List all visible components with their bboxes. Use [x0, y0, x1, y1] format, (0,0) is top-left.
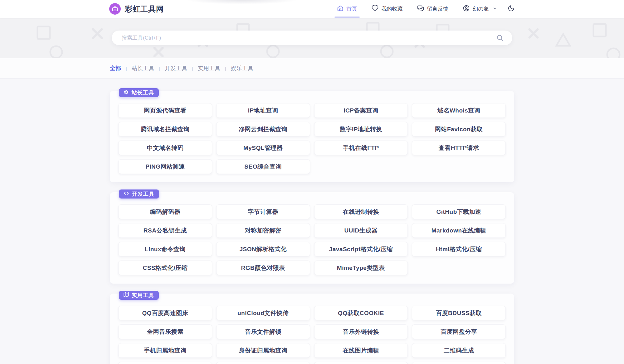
user-icon — [463, 5, 470, 13]
tool-card[interactable]: 网站Favicon获取 — [412, 122, 506, 136]
code-icon — [124, 190, 129, 198]
nav-favorites-label: 我的收藏 — [382, 5, 403, 12]
tool-card[interactable]: 在线图片编辑 — [314, 343, 408, 358]
section-title: 实用工具 — [132, 292, 154, 299]
section-badge: 开发工具 — [119, 189, 159, 199]
nav-feedback-label: 留言反馈 — [427, 5, 448, 12]
filter-entertainment-tools[interactable]: 娱乐工具 — [231, 65, 253, 72]
tool-card[interactable]: 腾讯域名拦截查询 — [118, 122, 212, 136]
tool-card[interactable]: 音乐文件解锁 — [216, 324, 310, 339]
tool-grid: QQ百度高速图床uniCloud文件快传QQ获取COOKIE百度BDUSS获取全… — [118, 306, 506, 364]
heart-icon — [372, 5, 378, 13]
section-title: 开发工具 — [132, 190, 154, 198]
filter-practical-tools[interactable]: 实用工具 — [198, 65, 220, 72]
tool-card[interactable]: 网页源代码查看 — [118, 103, 212, 118]
tool-card[interactable]: 数字IP地址转换 — [314, 122, 408, 136]
filter-separator: | — [159, 66, 160, 71]
gear-icon — [124, 89, 129, 96]
tool-grid: 网页源代码查看IP地址查询ICP备案查询域名Whois查询腾讯域名拦截查询净网云… — [118, 103, 506, 174]
tool-card-partial[interactable] — [314, 362, 408, 364]
tool-card[interactable]: Linux命令查询 — [118, 242, 212, 256]
chevron-down-icon — [493, 6, 497, 12]
feedback-icon — [417, 5, 424, 13]
search-icon[interactable] — [496, 34, 504, 41]
nav-user-menu[interactable]: 幻の象 — [463, 0, 497, 18]
tool-card[interactable]: MySQL管理器 — [216, 141, 310, 155]
tool-card[interactable]: 域名Whois查询 — [412, 103, 506, 118]
tool-card-partial[interactable] — [118, 362, 212, 364]
tool-card[interactable]: RGB颜色对照表 — [216, 261, 310, 275]
main-nav: 首页 我的收藏 留言反馈 — [337, 0, 515, 18]
tool-card[interactable]: Html格式化/压缩 — [412, 242, 506, 256]
search-input[interactable] — [112, 31, 512, 45]
section-webmaster-tools: 站长工具 网页源代码查看IP地址查询ICP备案查询域名Whois查询腾讯域名拦截… — [110, 91, 514, 182]
tool-card[interactable]: 全网音乐搜索 — [118, 324, 212, 339]
tool-card[interactable]: 二维码生成 — [412, 343, 506, 358]
tool-card[interactable]: 手机在线FTP — [314, 141, 408, 155]
tool-card[interactable]: QQ获取COOKIE — [314, 306, 408, 320]
map-icon — [124, 292, 129, 299]
tool-card[interactable]: 百度BDUSS获取 — [412, 306, 506, 320]
category-filter-bar: 全部 | 站长工具 | 开发工具 | 实用工具 | 娱乐工具 — [0, 58, 624, 79]
filter-webmaster-tools[interactable]: 站长工具 — [132, 65, 154, 72]
nav-username-label: 幻の象 — [473, 5, 489, 12]
tool-card[interactable]: 字节计算器 — [216, 204, 310, 219]
tool-card-partial[interactable] — [216, 362, 310, 364]
tool-card[interactable]: SEO综合查询 — [216, 159, 310, 174]
moon-icon — [508, 5, 515, 13]
tool-card[interactable]: 净网云剑拦截查询 — [216, 122, 310, 136]
tool-card[interactable]: 音乐外链转换 — [314, 324, 408, 339]
tool-card[interactable]: JavaScript格式化/压缩 — [314, 242, 408, 256]
tool-card[interactable]: ICP备案查询 — [314, 103, 408, 118]
tool-card-partial[interactable] — [412, 362, 506, 364]
tool-card[interactable]: QQ百度高速图床 — [118, 306, 212, 320]
section-title: 站长工具 — [132, 89, 154, 96]
site-logo[interactable]: 彩虹工具网 — [109, 3, 164, 15]
site-title: 彩虹工具网 — [125, 4, 164, 14]
tool-card[interactable]: Markdown在线编辑 — [412, 223, 506, 238]
tool-card[interactable]: CSS格式化/压缩 — [118, 261, 212, 275]
toolbox-icon — [109, 3, 121, 15]
section-dev-tools: 开发工具 编码解码器字节计算器在线进制转换GitHub下载加速RSA公私钥生成对… — [110, 192, 514, 284]
section-practical-tools: 实用工具 QQ百度高速图床uniCloud文件快传QQ获取COOKIE百度BDU… — [110, 294, 514, 364]
filter-separator: | — [225, 66, 226, 71]
nav-favorites[interactable]: 我的收藏 — [372, 0, 403, 18]
section-badge: 实用工具 — [119, 291, 159, 300]
top-navbar: 彩虹工具网 首页 我的收藏 — [0, 0, 624, 18]
filter-separator: | — [192, 66, 193, 71]
tool-card[interactable]: 编码解码器 — [118, 204, 212, 219]
tool-card[interactable]: 对称加密解密 — [216, 223, 310, 238]
home-icon — [337, 5, 344, 13]
tool-card[interactable]: 身份证归属地查询 — [216, 343, 310, 358]
theme-toggle-button[interactable] — [508, 5, 515, 13]
filter-separator: | — [126, 66, 127, 71]
nav-home-label: 首页 — [347, 5, 357, 12]
nav-feedback[interactable]: 留言反馈 — [417, 0, 448, 18]
tool-card[interactable]: MimeType类型表 — [314, 261, 408, 275]
tool-card[interactable]: JSON解析格式化 — [216, 242, 310, 256]
hero-search-band — [0, 18, 624, 58]
tool-card[interactable]: UUID生成器 — [314, 223, 408, 238]
tool-card[interactable]: 查看HTTP请求 — [412, 141, 506, 155]
tool-card[interactable]: uniCloud文件快传 — [216, 306, 310, 320]
tool-card[interactable]: PING网站测速 — [118, 159, 212, 174]
tool-card[interactable]: 百度网盘分享 — [412, 324, 506, 339]
tool-grid: 编码解码器字节计算器在线进制转换GitHub下载加速RSA公私钥生成对称加密解密… — [118, 204, 506, 275]
nav-home[interactable]: 首页 — [337, 0, 357, 18]
filter-all[interactable]: 全部 — [110, 65, 121, 72]
main-content: 站长工具 网页源代码查看IP地址查询ICP备案查询域名Whois查询腾讯域名拦截… — [110, 79, 514, 364]
section-badge: 站长工具 — [119, 88, 159, 97]
tool-card[interactable]: 中文域名转码 — [118, 141, 212, 155]
tool-card[interactable]: RSA公私钥生成 — [118, 223, 212, 238]
filter-dev-tools[interactable]: 开发工具 — [165, 65, 187, 72]
tool-card[interactable]: 手机归属地查询 — [118, 343, 212, 358]
tool-card[interactable]: 在线进制转换 — [314, 204, 408, 219]
tool-card[interactable]: IP地址查询 — [216, 103, 310, 118]
tool-card[interactable]: GitHub下载加速 — [412, 204, 506, 219]
